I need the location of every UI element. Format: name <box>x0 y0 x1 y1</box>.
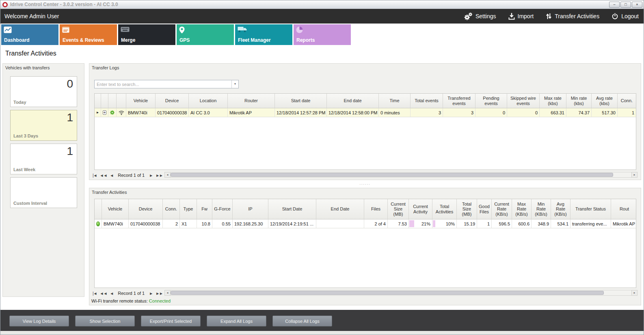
transfer-activities-row[interactable]: BMW740i0170400000382X110.80.55192.168.25… <box>95 219 636 228</box>
pager-next-page-button[interactable]: ►► <box>156 291 163 296</box>
transfer-logs-column-header[interactable]: Device <box>156 94 189 108</box>
transfer-logs-column-header[interactable] <box>117 94 126 108</box>
transfer-logs-column-header[interactable]: Location <box>189 94 228 108</box>
transfer-activities-column-header[interactable]: Total Activities <box>432 199 457 219</box>
status-dot-icon[interactable] <box>95 219 102 228</box>
transfer-activities-cell[interactable]: 12/19/2014 2:19:51 ... <box>268 219 316 228</box>
tile-gps[interactable]: GPS <box>177 24 234 45</box>
transfer-logs-cell[interactable]: 0 <box>475 108 507 117</box>
scroll-thumb[interactable] <box>171 291 604 295</box>
transfer-logs-column-header[interactable]: Vehicle <box>126 94 156 108</box>
gear-icon[interactable] <box>108 108 117 117</box>
interval-card-today[interactable]: 0Today <box>10 76 77 107</box>
transfer-activities-column-header[interactable]: Files <box>364 199 388 219</box>
transfer-activities-column-header[interactable]: Total Size (MB) <box>457 199 477 219</box>
pager-prev-button[interactable]: ◄ <box>110 173 113 178</box>
transfer-activities-cell[interactable]: X1 <box>180 219 197 228</box>
settings-button[interactable]: Settings <box>464 12 496 20</box>
transfer-activities-cell[interactable]: 7.53 <box>388 219 409 228</box>
expand-plus-icon[interactable]: + <box>101 108 108 117</box>
scroll-right-arrow-icon[interactable]: ► <box>631 172 638 178</box>
transfer-activities-cell[interactable]: 596.5 <box>492 219 512 228</box>
pager-next-button[interactable]: ► <box>149 291 153 296</box>
transfer-activities-column-header[interactable] <box>95 199 102 219</box>
transfer-logs-column-header[interactable]: Skipped wire events <box>507 94 540 108</box>
transfer-activities-column-header[interactable]: Fw <box>197 199 212 219</box>
transfer-logs-cell[interactable]: 0 <box>507 108 540 117</box>
scroll-left-arrow-icon[interactable]: ◄ <box>164 172 171 178</box>
transfer-logs-cell[interactable]: AI CC 3.0 <box>189 108 228 117</box>
transfer-logs-cell[interactable]: 12/18/2014 12:58:00 PM <box>327 108 379 117</box>
row-indicator-arrow-icon[interactable]: ► <box>95 108 101 117</box>
transfer-logs-column-header[interactable]: Time <box>379 94 411 108</box>
transfer-activities-column-header[interactable]: Current Activity <box>409 199 432 219</box>
transfer-activities-cell[interactable]: 0.55 <box>212 219 233 228</box>
transfer-logs-cell[interactable]: 3 <box>443 108 475 117</box>
minimize-button[interactable]: – <box>609 2 620 8</box>
show-selection-button[interactable]: Show Selection <box>75 316 135 326</box>
transfer-logs-cell[interactable]: 0 minutes <box>379 108 411 117</box>
transfer-activities-cell[interactable]: 600.6 <box>512 219 532 228</box>
tile-fleet-manager[interactable]: Fleet Manager <box>235 24 292 45</box>
view-log-details-button[interactable]: View Log Details <box>9 316 69 326</box>
transfer-activities-column-header[interactable]: IP <box>233 199 268 219</box>
pager-next-button[interactable]: ► <box>149 173 153 178</box>
transfer-activities-column-header[interactable]: Max Rate (KB/s) <box>512 199 532 219</box>
tile-dashboard[interactable]: Dashboard <box>1 24 58 45</box>
search-combo[interactable]: Enter text to search... ▼ <box>94 80 239 88</box>
transfer-logs-column-header[interactable]: Conn. <box>618 94 636 108</box>
transfer-activities-cell[interactable]: Mikrotik AP <box>611 219 636 228</box>
transfer-activities-cell[interactable]: 10% <box>432 219 457 228</box>
transfer-activities-cell[interactable]: 1 <box>477 219 492 228</box>
transfer-activities-column-header[interactable]: Rout <box>611 199 636 219</box>
transfer-logs-cell[interactable]: Mikrotik AP <box>228 108 275 117</box>
transfer-activities-cell[interactable]: BMW740i <box>102 219 129 228</box>
transfer-activities-cell[interactable]: 348.9 <box>532 219 551 228</box>
tile-merge[interactable]: Merge <box>118 24 175 45</box>
logout-button[interactable]: Logout <box>612 13 639 20</box>
transfer-activities-column-header[interactable]: Current Rate (KB/s) <box>492 199 512 219</box>
tile-events-reviews[interactable]: Events & Reviews <box>60 24 117 45</box>
logs-hscrollbar[interactable]: ◄ ► <box>164 172 638 178</box>
transfer-activities-cell[interactable]: 2 of 4 <box>364 219 388 228</box>
transfer-logs-column-header[interactable] <box>108 94 117 108</box>
transfer-activities-cell[interactable]: 2 <box>163 219 180 228</box>
pager-prev-page-button[interactable]: ◄◄ <box>100 173 107 178</box>
transfer-logs-cell[interactable]: 517.30 <box>592 108 618 117</box>
search-input[interactable]: Enter text to search... <box>95 82 231 87</box>
transfer-logs-column-header[interactable]: Min rate (kbs) <box>566 94 592 108</box>
transfer-activities-column-header[interactable]: Conn. <box>163 199 180 219</box>
scroll-track[interactable] <box>171 172 631 178</box>
transfer-activities-cell[interactable]: transferring eve... <box>571 219 611 228</box>
interval-card-last-week[interactable]: 1Last Week <box>10 144 77 174</box>
pager-first-button[interactable]: |◄ <box>93 173 97 178</box>
transfer-activities-column-header[interactable]: Good Files <box>477 199 492 219</box>
transfer-logs-column-header[interactable]: Start date <box>275 94 327 108</box>
transfer-activities-cell[interactable]: 10.8 <box>197 219 212 228</box>
transfer-logs-cell[interactable]: 017040000038 <box>156 108 189 117</box>
transfer-logs-column-header[interactable] <box>101 94 108 108</box>
close-button[interactable]: × <box>632 2 642 8</box>
pager-prev-page-button[interactable]: ◄◄ <box>100 291 107 296</box>
transfer-activities-column-header[interactable]: Avg Rate (KB/s) <box>551 199 571 219</box>
transfer-activities-column-header[interactable]: Start Date <box>268 199 316 219</box>
transfer-activities-cell[interactable]: 15.19 <box>457 219 477 228</box>
activities-hscrollbar[interactable]: ◄ ► <box>164 290 638 296</box>
import-button[interactable]: Import <box>508 13 534 20</box>
transfer-activities-cell[interactable]: 21% <box>409 219 432 228</box>
transfer-logs-column-header[interactable]: Avg rate (kbs) <box>592 94 618 108</box>
transfer-activities-column-header[interactable]: Current Size (MB) <box>388 199 409 219</box>
scroll-track[interactable] <box>171 290 631 296</box>
combo-dropdown-icon[interactable]: ▼ <box>231 80 238 88</box>
transfer-logs-column-header[interactable]: Total events <box>411 94 443 108</box>
transfer-logs-cell[interactable]: 1 <box>618 108 636 117</box>
collapse-all-logs-button[interactable]: Collapse All Logs <box>272 316 332 326</box>
wifi-icon[interactable] <box>117 108 126 117</box>
panel-splitter[interactable]: ...... <box>89 182 641 187</box>
scroll-right-arrow-icon[interactable]: ► <box>631 290 638 296</box>
transfer-activities-cell[interactable]: 192.168.25.30 <box>233 219 268 228</box>
transfer-logs-cell[interactable]: 663.31 <box>540 108 566 117</box>
transfer-activities-column-header[interactable]: Vehicle <box>102 199 129 219</box>
scroll-left-arrow-icon[interactable]: ◄ <box>164 290 171 296</box>
tile-reports[interactable]: Reports <box>294 24 351 45</box>
